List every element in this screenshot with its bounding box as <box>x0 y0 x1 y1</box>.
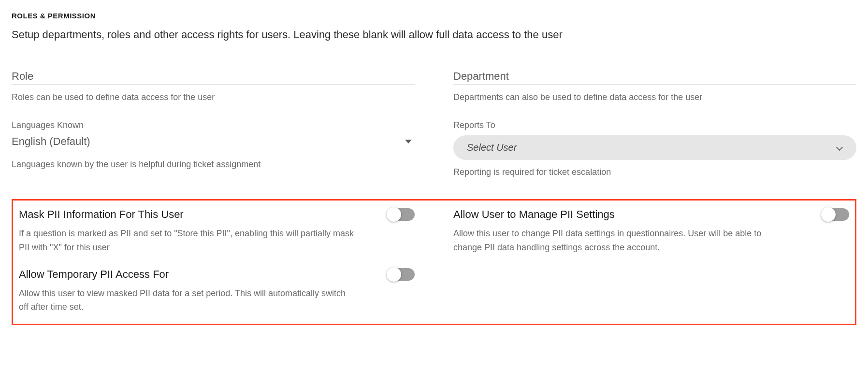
section-heading: ROLES & PERMISSION <box>12 12 856 20</box>
pii-highlight-box: Mask PII Information For This User If a … <box>12 199 856 325</box>
temp-access-block: Allow Temporary PII Access For Allow thi… <box>19 268 415 315</box>
mask-pii-help: If a question is marked as PII and set t… <box>19 227 357 255</box>
languages-field: Languages Known English (Default) Langua… <box>12 120 415 171</box>
manage-settings-toggle[interactable] <box>822 208 849 221</box>
pii-right-column: Allow User to Manage PII Settings Allow … <box>453 208 849 314</box>
reports-to-label: Reports To <box>453 120 856 130</box>
fields-grid: Role Roles can be used to define data ac… <box>12 70 856 195</box>
mask-pii-toggle[interactable] <box>388 208 415 221</box>
manage-settings-title: Allow User to Manage PII Settings <box>453 208 615 221</box>
chevron-down-icon <box>836 144 843 151</box>
toggle-knob <box>387 267 401 282</box>
languages-value: English (Default) <box>12 135 90 148</box>
mask-pii-title: Mask PII Information For This User <box>19 208 184 221</box>
manage-settings-block: Allow User to Manage PII Settings Allow … <box>453 208 849 255</box>
role-help: Roles can be used to define data access … <box>12 91 415 104</box>
reports-to-placeholder: Select User <box>467 142 517 153</box>
department-field: Department Departments can also be used … <box>453 70 856 104</box>
reports-to-help: Reporting is required for ticket escalat… <box>453 166 856 179</box>
reports-to-select[interactable]: Select User <box>453 135 856 160</box>
languages-label: Languages Known <box>12 120 415 130</box>
right-column: Department Departments can also be used … <box>453 70 856 195</box>
role-label[interactable]: Role <box>12 70 415 85</box>
temp-access-toggle[interactable] <box>388 268 415 281</box>
pii-grid: Mask PII Information For This User If a … <box>19 208 849 314</box>
mask-pii-block: Mask PII Information For This User If a … <box>19 208 415 255</box>
chevron-down-icon <box>405 140 412 143</box>
manage-settings-help: Allow this user to change PII data setti… <box>453 227 792 255</box>
left-column: Role Roles can be used to define data ac… <box>12 70 415 195</box>
languages-help: Languages known by the user is helpful d… <box>12 158 415 171</box>
toggle-knob <box>821 207 836 222</box>
reports-to-field: Reports To Select User Reporting is requ… <box>453 120 856 179</box>
section-description: Setup departments, roles and other acces… <box>12 29 856 41</box>
temp-access-title: Allow Temporary PII Access For <box>19 268 169 281</box>
department-help: Departments can also be used to define d… <box>453 91 856 104</box>
pii-left-column: Mask PII Information For This User If a … <box>19 208 415 314</box>
toggle-knob <box>387 207 401 222</box>
role-field: Role Roles can be used to define data ac… <box>12 70 415 104</box>
languages-select[interactable]: English (Default) <box>12 135 415 152</box>
temp-access-help: Allow this user to view masked PII data … <box>19 287 357 315</box>
department-label[interactable]: Department <box>453 70 856 85</box>
